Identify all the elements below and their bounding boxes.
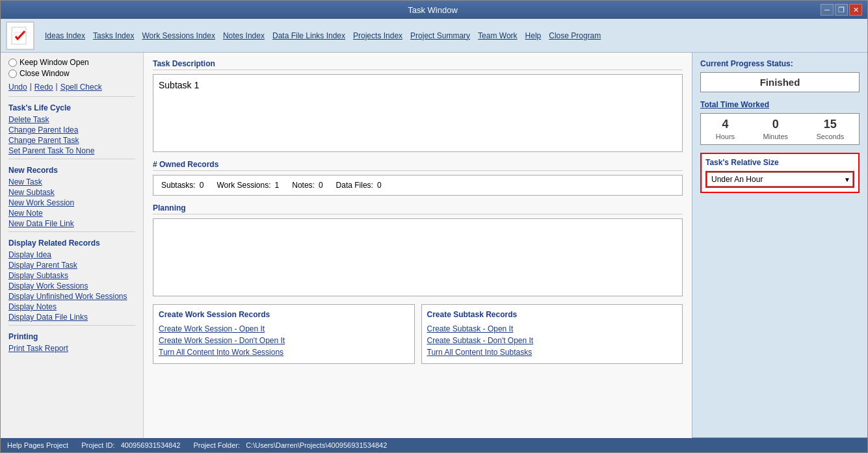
redo-link[interactable]: Redo bbox=[34, 82, 53, 92]
menu-ideas-index[interactable]: Ideas Index bbox=[42, 30, 88, 42]
new-note-link[interactable]: New Note bbox=[8, 208, 135, 218]
planning-header: Planning bbox=[153, 203, 683, 214]
dropdown-list: Under An HourUnder Two HoursTwo To Four … bbox=[692, 437, 867, 438]
close-window-label: Close Window bbox=[20, 69, 70, 78]
subtasks-count: Subtasks: 0 bbox=[161, 181, 204, 190]
close-window-input[interactable] bbox=[8, 70, 17, 78]
minutes-value: 0 bbox=[772, 118, 779, 131]
title-bar: Task Window ─ ❐ ✕ bbox=[1, 1, 867, 19]
seconds-unit: 15 Seconds bbox=[816, 118, 844, 140]
display-idea-link[interactable]: Display Idea bbox=[8, 250, 135, 260]
seconds-value: 15 bbox=[824, 118, 837, 131]
relative-size-select[interactable]: Under An HourUnder Two HoursTwo To Four … bbox=[707, 172, 853, 187]
time-worked-label: Total Time Worked bbox=[700, 100, 860, 109]
relative-size-section: Task's Relative Size Under An HourUnder … bbox=[700, 153, 860, 193]
create-subtask-panel: Create Subtask Records Create Subtask - … bbox=[421, 304, 683, 364]
create-work-session-title: Create Work Session Records bbox=[159, 310, 409, 319]
status-project-folder: Project Folder: C:\Users\Darren\Projects… bbox=[193, 441, 387, 449]
menu-close-program[interactable]: Close Program bbox=[546, 30, 603, 42]
subtasks-label: Subtasks: bbox=[161, 181, 196, 190]
menu-data-file-links-index[interactable]: Data File Links Index bbox=[270, 30, 348, 42]
close-button[interactable]: ✕ bbox=[849, 4, 862, 16]
new-work-session-link[interactable]: New Work Session bbox=[8, 198, 135, 208]
main-window: Task Window ─ ❐ ✕ Ideas Index Tasks Inde… bbox=[0, 0, 868, 453]
lifecycle-title: Task's Life Cycle bbox=[8, 103, 135, 112]
hours-unit: 4 Hours bbox=[716, 118, 735, 140]
menu-items: Ideas Index Tasks Index Work Sessions In… bbox=[42, 30, 603, 42]
data-files-count: Data Files: 0 bbox=[336, 181, 382, 190]
close-window-radio[interactable]: Close Window bbox=[8, 69, 135, 78]
subtasks-value: 0 bbox=[200, 181, 204, 190]
status-project-id: Project ID: 400956931534842 bbox=[81, 441, 180, 449]
progress-value: Finished bbox=[700, 72, 860, 92]
set-parent-task-none-link[interactable]: Set Parent Task To None bbox=[8, 146, 135, 156]
relative-size-label: Task's Relative Size bbox=[705, 158, 854, 167]
display-work-sessions-link[interactable]: Display Work Sessions bbox=[8, 281, 135, 291]
menu-notes-index[interactable]: Notes Index bbox=[220, 30, 267, 42]
spell-check-link[interactable]: Spell Check bbox=[60, 82, 102, 92]
hours-value: 4 bbox=[722, 118, 728, 131]
menu-project-summary[interactable]: Project Summary bbox=[408, 30, 473, 42]
work-sessions-value: 1 bbox=[275, 181, 280, 190]
delete-task-link[interactable]: Delete Task bbox=[8, 114, 135, 125]
task-description-value: Subtask 1 bbox=[159, 80, 199, 90]
create-subtask-dont-open-link[interactable]: Create Subtask - Don't Open It bbox=[427, 335, 677, 346]
notes-count: Notes: 0 bbox=[292, 181, 322, 190]
relative-size-dropdown-wrapper: Under An HourUnder Two HoursTwo To Four … bbox=[705, 171, 854, 188]
display-unfinished-work-sessions-link[interactable]: Display Unfinished Work Sessions bbox=[8, 291, 135, 302]
owned-records-row: Subtasks: 0 Work Sessions: 1 Notes: 0 Da… bbox=[161, 181, 674, 190]
display-subtasks-link[interactable]: Display Subtasks bbox=[8, 270, 135, 281]
create-work-session-dont-open-link[interactable]: Create Work Session - Don't Open It bbox=[159, 335, 409, 346]
svg-rect-1 bbox=[13, 29, 25, 43]
status-project-name: Help Pages Project bbox=[7, 441, 68, 449]
main-content: Keep Window Open Close Window Undo | Red… bbox=[1, 53, 867, 438]
owned-records-header: # Owned Records bbox=[153, 160, 683, 171]
center-content: Task Description Subtask 1 # Owned Recor… bbox=[144, 53, 692, 438]
status-bar: Help Pages Project Project ID: 400956931… bbox=[1, 438, 867, 452]
undo-link[interactable]: Undo bbox=[8, 82, 27, 92]
app-logo bbox=[6, 21, 34, 50]
new-data-file-link[interactable]: New Data File Link bbox=[8, 218, 135, 229]
minutes-unit: 0 Minutes bbox=[763, 118, 789, 140]
print-task-report-link[interactable]: Print Task Report bbox=[8, 343, 135, 354]
printing-title: Printing bbox=[8, 332, 135, 341]
restore-button[interactable]: ❐ bbox=[835, 4, 848, 16]
sidebar: Keep Window Open Close Window Undo | Red… bbox=[1, 53, 144, 438]
turn-content-into-work-sessions-link[interactable]: Turn All Content Into Work Sessions bbox=[159, 346, 409, 358]
menu-help[interactable]: Help bbox=[523, 30, 544, 42]
menu-work-sessions-index[interactable]: Work Sessions Index bbox=[139, 30, 218, 42]
turn-content-into-subtasks-link[interactable]: Turn All Content Into Subtasks bbox=[427, 346, 677, 358]
change-parent-idea-link[interactable]: Change Parent Idea bbox=[8, 125, 135, 135]
edit-actions: Undo | Redo | Spell Check bbox=[8, 82, 135, 92]
right-panel: Current Progress Status: Finished Total … bbox=[692, 53, 867, 438]
seconds-label: Seconds bbox=[816, 133, 844, 140]
work-sessions-count: Work Sessions: 1 bbox=[217, 181, 279, 190]
menu-bar: Ideas Index Tasks Index Work Sessions In… bbox=[1, 19, 867, 53]
create-work-session-open-link[interactable]: Create Work Session - Open It bbox=[159, 323, 409, 335]
new-subtask-link[interactable]: New Subtask bbox=[8, 187, 135, 198]
data-files-value: 0 bbox=[377, 181, 382, 190]
display-related-title: Display Related Records bbox=[8, 239, 135, 248]
minutes-label: Minutes bbox=[763, 133, 789, 140]
display-data-file-links-link[interactable]: Display Data File Links bbox=[8, 312, 135, 322]
menu-tasks-index[interactable]: Tasks Index bbox=[90, 30, 137, 42]
progress-section: Current Progress Status: Finished bbox=[700, 59, 860, 92]
create-work-session-panel: Create Work Session Records Create Work … bbox=[153, 304, 415, 364]
display-parent-task-link[interactable]: Display Parent Task bbox=[8, 260, 135, 270]
planning-box[interactable] bbox=[153, 218, 683, 296]
create-subtask-open-link[interactable]: Create Subtask - Open It bbox=[427, 323, 677, 335]
new-task-link[interactable]: New Task bbox=[8, 177, 135, 187]
keep-window-open-radio[interactable]: Keep Window Open bbox=[8, 58, 135, 67]
hours-label: Hours bbox=[716, 133, 735, 140]
task-description-header: Task Description bbox=[153, 59, 683, 70]
menu-projects-index[interactable]: Projects Index bbox=[350, 30, 405, 42]
menu-team-work[interactable]: Team Work bbox=[475, 30, 519, 42]
change-parent-task-link[interactable]: Change Parent Task bbox=[8, 135, 135, 146]
minimize-button[interactable]: ─ bbox=[821, 4, 834, 16]
notes-value: 0 bbox=[319, 181, 323, 190]
window-title: Task Window bbox=[45, 5, 821, 15]
time-worked-section: Total Time Worked 4 Hours 0 Minutes 15 S… bbox=[700, 100, 860, 145]
keep-window-open-input[interactable] bbox=[8, 58, 17, 67]
display-notes-link[interactable]: Display Notes bbox=[8, 302, 135, 312]
task-description-box[interactable]: Subtask 1 bbox=[153, 74, 683, 152]
